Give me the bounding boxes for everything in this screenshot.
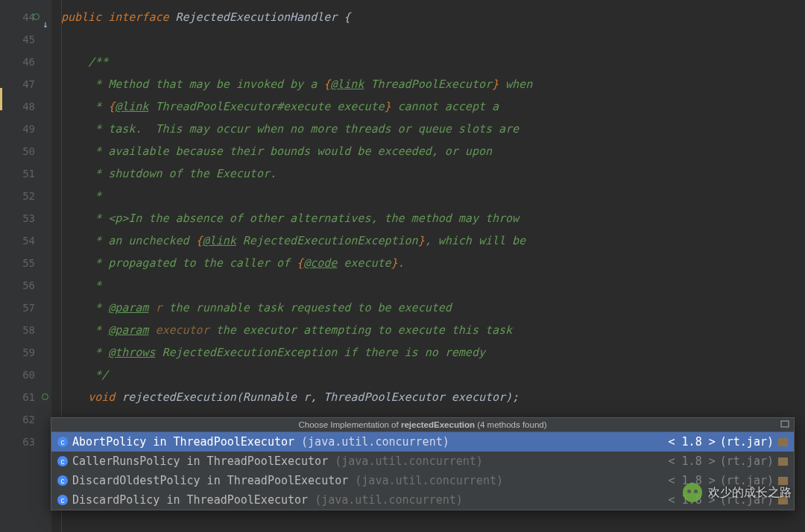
implementation-item[interactable]: cCallerRunsPolicy in ThreadPoolExecutor …	[51, 452, 794, 471]
code-line: */	[61, 364, 805, 386]
implementations-icon[interactable]	[40, 13, 48, 22]
pin-icon[interactable]	[780, 420, 789, 429]
popup-title: Choose Implementation of rejectedExecuti…	[51, 418, 794, 432]
line-number: 63	[0, 431, 51, 453]
code-line: *	[61, 274, 805, 297]
line-number: 50	[0, 140, 51, 162]
line-number: 51	[0, 162, 51, 185]
svg-rect-0	[781, 421, 789, 427]
line-number: 57	[0, 297, 51, 319]
code-line: * @param r the runnable task requested t…	[61, 297, 805, 319]
line-number: 52	[0, 185, 51, 207]
line-number: 48	[0, 95, 51, 118]
line-number: 45	[0, 28, 51, 51]
code-line: *	[61, 185, 805, 207]
code-line: * task. This may occur when no more thre…	[61, 118, 805, 140]
code-line	[61, 28, 805, 51]
code-line: * {@link ThreadPoolExecutor#execute exec…	[61, 95, 805, 118]
code-line: * @param executor the executor attemptin…	[61, 319, 805, 341]
code-line: * @throws RejectedExecutionException if …	[61, 341, 805, 364]
line-number: 55	[0, 252, 51, 274]
class-icon: c	[57, 495, 68, 505]
line-number: 59	[0, 341, 51, 364]
class-icon: c	[57, 456, 68, 466]
code-line: * <p>In the absence of other alternative…	[61, 207, 805, 229]
code-line: * an unchecked {@link RejectedExecutionE…	[61, 229, 805, 252]
line-number: 62	[0, 408, 51, 431]
code-line: * shutdown of the Executor.	[61, 162, 805, 185]
line-number: 58	[0, 319, 51, 341]
override-icon[interactable]	[33, 13, 40, 20]
line-number: 47	[0, 73, 51, 95]
gutter: 4445464748495051525354555657585960616263	[0, 0, 52, 532]
watermark: 欢少的成长之路	[683, 483, 792, 502]
implementation-item[interactable]: cAbortPolicy in ThreadPoolExecutor (java…	[51, 432, 794, 452]
code-line: * available because their bounds would b…	[61, 140, 805, 162]
line-number: 54	[0, 229, 51, 252]
watermark-text: 欢少的成长之路	[708, 485, 792, 501]
code-line: * Method that may be invoked by a {@link…	[61, 73, 805, 95]
wechat-icon	[683, 483, 702, 502]
line-number: 44	[0, 6, 51, 28]
line-number: 53	[0, 207, 51, 229]
line-number: 49	[0, 118, 51, 140]
code-line: public interface RejectedExecutionHandle…	[61, 6, 805, 28]
line-number: 60	[0, 364, 51, 386]
override-icon[interactable]	[42, 393, 48, 400]
jar-icon	[778, 457, 788, 466]
line-number: 46	[0, 51, 51, 73]
class-icon: c	[57, 475, 68, 486]
line-number: 61	[0, 386, 51, 408]
code-line: /**	[61, 51, 805, 73]
class-icon: c	[57, 437, 68, 447]
code-line: void rejectedExecution(Runnable r, Threa…	[61, 386, 805, 408]
jar-icon	[778, 438, 788, 446]
line-number: 56	[0, 274, 51, 297]
code-line: * propagated to the caller of {@code exe…	[61, 252, 805, 274]
